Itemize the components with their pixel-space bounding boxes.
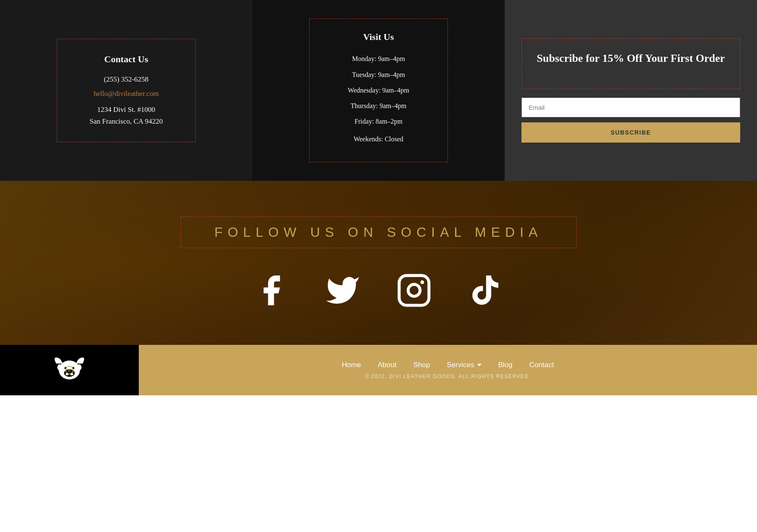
subscribe-column: Subscribe for 15% Off Your First Order S… [505, 0, 757, 181]
footer-nav-home[interactable]: Home [342, 361, 361, 369]
svg-point-9 [77, 364, 82, 370]
hours-row: Friday: 8am–2pm [328, 116, 429, 127]
contact-address: 1234 Divi St. #1000 San Francisco, CA 94… [76, 104, 176, 127]
hours-row: Monday: 9am–4pm [328, 53, 429, 64]
instagram-icon[interactable] [395, 271, 433, 309]
visit-column: Visit Us Monday: 9am–4pmTuesday: 9am–4pm… [252, 0, 505, 181]
social-heading: FOLLOW US ON SOCIAL MEDIA [214, 225, 543, 240]
services-chevron-icon [477, 364, 482, 366]
footer-logo-area: D [0, 345, 139, 395]
contact-column: Contact Us (255) 352-6258 hello@divileat… [0, 0, 252, 181]
contact-email: hello@divileather.com [76, 90, 176, 98]
hours-row: Weekends: Closed [328, 133, 429, 145]
social-section: FOLLOW US ON SOCIAL MEDIA [0, 181, 757, 345]
footer-nav-contact[interactable]: Contact [529, 361, 554, 369]
footer-navigation: Home About Shop Services Blog Contact [342, 361, 554, 369]
social-content: FOLLOW US ON SOCIAL MEDIA [180, 217, 577, 309]
facebook-icon[interactable] [252, 271, 290, 309]
footer-nav-about[interactable]: About [378, 361, 396, 369]
subscribe-button[interactable]: SUBSCRIBE [521, 122, 740, 143]
footer-nav-blog[interactable]: Blog [498, 361, 513, 369]
subscribe-form: SUBSCRIBE [521, 98, 740, 143]
footer-nav-shop[interactable]: Shop [413, 361, 430, 369]
social-icons [252, 271, 505, 309]
contact-title: Contact Us [76, 54, 176, 65]
subscribe-dashed-box: Subscribe for 15% Off Your First Order [521, 38, 740, 89]
svg-point-8 [57, 364, 62, 370]
top-section: Contact Us (255) 352-6258 hello@divileat… [0, 0, 757, 181]
twitter-icon[interactable] [324, 271, 362, 309]
footer-copyright: © 2022, DIVI LEATHER GOODS. ALL RIGHTS R… [365, 373, 531, 379]
svg-text:D: D [68, 369, 71, 373]
subscribe-title: Subscribe for 15% Off Your First Order [537, 51, 725, 66]
footer: D Home About Shop Services Blog Contact … [0, 345, 757, 395]
hours-list: Monday: 9am–4pmTuesday: 9am–4pmWednesday… [328, 53, 429, 145]
contact-phone: (255) 352-6258 [76, 75, 176, 84]
hours-row: Wednesday: 9am–4pm [328, 85, 429, 96]
social-heading-box: FOLLOW US ON SOCIAL MEDIA [180, 217, 577, 248]
svg-rect-0 [400, 275, 429, 305]
visit-title: Visit Us [328, 32, 429, 42]
footer-nav-services[interactable]: Services [447, 361, 481, 369]
email-input[interactable] [521, 98, 740, 117]
footer-logo: D [50, 350, 88, 390]
footer-nav-area: Home About Shop Services Blog Contact © … [139, 345, 757, 395]
contact-box: Contact Us (255) 352-6258 hello@divileat… [57, 39, 196, 142]
tiktok-icon[interactable] [467, 271, 505, 309]
subscribe-box: Subscribe for 15% Off Your First Order S… [513, 24, 748, 157]
hours-row: Thursday: 9am–4pm [328, 100, 429, 111]
visit-box: Visit Us Monday: 9am–4pmTuesday: 9am–4pm… [309, 19, 448, 162]
hours-row: Tuesday: 9am–4pm [328, 69, 429, 80]
